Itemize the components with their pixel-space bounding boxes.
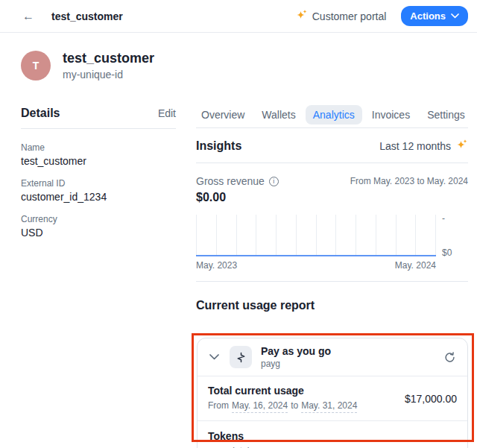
page-title: test_customer <box>51 10 123 22</box>
gross-revenue-value: $0.00 <box>196 191 468 204</box>
total-usage-amount: $17,000.00 <box>405 393 457 405</box>
top-bar: ← test_customer Customer portal Actions <box>0 0 477 33</box>
customer-external-id: my-unique-id <box>63 68 154 81</box>
tab-overview[interactable]: Overview <box>194 105 252 124</box>
tab-invoices[interactable]: Invoices <box>364 105 417 124</box>
chart-zero-line <box>196 255 436 256</box>
avatar: T <box>21 51 51 81</box>
customer-name: test_customer <box>63 50 154 66</box>
details-heading: Details <box>21 107 60 120</box>
divider <box>196 127 468 128</box>
field-label: Currency <box>21 213 176 225</box>
chevron-down-icon <box>209 354 219 360</box>
back-button[interactable]: ← <box>21 9 36 24</box>
charge-title: Tokens <box>208 429 266 443</box>
customer-portal-label: Customer portal <box>312 10 387 22</box>
field-value: customer_id_1234 <box>21 189 176 204</box>
period-prefix: From <box>208 400 229 413</box>
back-arrow-icon: ← <box>22 10 34 22</box>
divider <box>196 163 468 163</box>
chart-range-label: From May. 2023 to May. 2024 <box>350 176 468 186</box>
chevron-down-icon <box>451 13 459 19</box>
plan-icon-box <box>230 346 252 368</box>
chart-plot-area <box>196 215 436 256</box>
y-axis-label-bottom: $0 <box>442 247 452 258</box>
field-value: test_customer <box>21 154 176 168</box>
plan-name: Pay as you go <box>261 344 331 358</box>
charge-code: openai_tokens <box>208 445 266 448</box>
actions-button[interactable]: Actions <box>401 6 468 26</box>
x-axis-label-start: May. 2023 <box>196 260 237 271</box>
edit-details-button[interactable]: Edit <box>158 107 176 119</box>
sparkle-icon <box>456 139 468 153</box>
field-label: Name <box>21 142 176 154</box>
actions-label: Actions <box>410 10 446 22</box>
x-axis-label-end: May. 2024 <box>395 260 436 271</box>
refresh-button[interactable] <box>443 350 457 365</box>
divider <box>21 128 176 129</box>
period-selector[interactable]: Last 12 months <box>379 139 468 153</box>
detail-field-currency: Currency USD <box>21 213 176 240</box>
field-value: USD <box>21 225 176 240</box>
usage-report-heading: Current usage report <box>196 299 468 312</box>
details-panel: Details Edit Name test_customer External… <box>21 105 176 249</box>
gross-revenue-label: Gross revenue <box>196 175 265 187</box>
usage-report-card: Pay as you go payg Total current usage F… <box>197 338 468 448</box>
collapse-toggle-button[interactable] <box>208 353 221 362</box>
period-joiner: to <box>291 400 298 413</box>
tab-analytics[interactable]: Analytics <box>306 105 362 124</box>
total-usage-row: Total current usage From May. 16, 2024 t… <box>198 376 467 420</box>
refresh-icon <box>444 352 455 363</box>
charge-row-tokens: Tokens openai_tokens <box>198 421 467 448</box>
gross-revenue-chart: - $0 May. 2023 May. 2024 <box>196 215 468 271</box>
detail-field-external-id: External ID customer_id_1234 <box>21 177 176 204</box>
usage-period: From May. 16, 2024 to May. 31, 2024 <box>208 400 357 413</box>
customer-page: ← test_customer Customer portal Actions <box>0 0 477 448</box>
customer-portal-button[interactable]: Customer portal <box>296 9 387 23</box>
detail-field-name: Name test_customer <box>21 142 176 168</box>
insights-heading: Insights <box>196 139 241 153</box>
total-usage-title: Total current usage <box>208 384 357 397</box>
field-label: External ID <box>21 177 176 189</box>
main-panel: Overview Wallets Analytics Invoices Sett… <box>196 105 468 312</box>
period-start-date[interactable]: May. 16, 2024 <box>232 400 288 413</box>
divider <box>196 281 468 282</box>
tab-bar: Overview Wallets Analytics Invoices Sett… <box>194 105 468 124</box>
top-bar-actions: Customer portal Actions <box>296 6 468 26</box>
y-axis-label-top: - <box>442 213 445 224</box>
customer-header: T test_customer my-unique-id <box>21 50 154 81</box>
info-icon[interactable]: i <box>269 177 279 186</box>
tab-settings[interactable]: Settings <box>420 105 473 124</box>
period-end-date[interactable]: May. 31, 2024 <box>301 400 357 413</box>
sparkle-icon <box>296 9 308 23</box>
tab-wallets[interactable]: Wallets <box>254 105 303 124</box>
period-label: Last 12 months <box>379 140 451 152</box>
plan-code: payg <box>261 358 331 370</box>
pulse-icon <box>236 352 247 363</box>
